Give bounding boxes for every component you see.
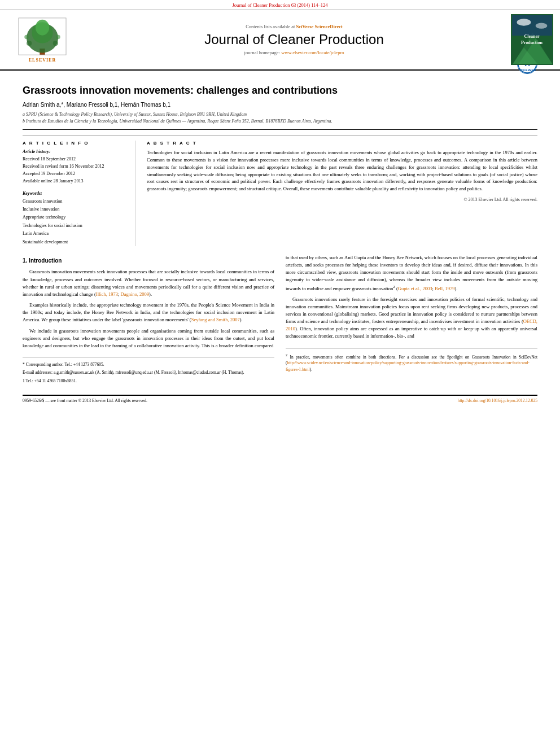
section1-heading: 1. Introduction bbox=[23, 256, 274, 265]
ref-oecd[interactable]: OECD, 2010 bbox=[286, 318, 537, 331]
ref-bell[interactable]: Bell, 1979 bbox=[435, 285, 454, 291]
keyword-5: Latin America bbox=[23, 230, 128, 238]
keyword-6: Sustainable development bbox=[23, 238, 128, 246]
body-para-1: Grassroots innovation movements seek inn… bbox=[23, 268, 274, 298]
body-col-left: 1. Introduction Grassroots innovation mo… bbox=[23, 254, 274, 386]
affiliations: a SPRU (Science & Technology Policy Rese… bbox=[23, 111, 537, 125]
online-date: Available online 28 January 2013 bbox=[23, 178, 128, 185]
svg-point-8 bbox=[56, 34, 60, 38]
footnote-1: 1 Tel.: +54 11 4365 7100x5851. bbox=[23, 378, 274, 384]
journal-title-row: ELSEVIER Contents lists available at Sci… bbox=[0, 10, 560, 69]
journal-citation: Journal of Cleaner Production 63 (2014) … bbox=[232, 2, 327, 8]
copyright-line: © 2013 Elsevier Ltd. All rights reserved… bbox=[147, 197, 537, 202]
keyword-2: Inclusive innovation bbox=[23, 206, 128, 213]
badge-title: Cleaner Production bbox=[512, 31, 552, 48]
svg-point-7 bbox=[24, 34, 28, 38]
left-footnotes: * Corresponding author. Tel.: +44 1273 8… bbox=[23, 357, 274, 384]
abstract-text: Technologies for social inclusion in Lat… bbox=[147, 149, 537, 193]
svg-point-15 bbox=[535, 23, 547, 28]
received-date: Received 18 September 2012 bbox=[23, 156, 128, 163]
body-para-2: Examples historically include, the appro… bbox=[23, 302, 274, 324]
paper-title: Grassroots innovation movements: challen… bbox=[23, 84, 537, 97]
svg-point-6 bbox=[53, 41, 58, 46]
svg-point-5 bbox=[27, 41, 32, 46]
affiliation-b: b Instituto de Estudios de la Ciencia y … bbox=[23, 118, 537, 125]
elsevier-label: ELSEVIER bbox=[29, 58, 56, 63]
svg-text:CrossMark: CrossMark bbox=[521, 68, 536, 72]
svg-point-3 bbox=[36, 19, 49, 35]
journal-center: Contents lists available at SciVerse Sci… bbox=[79, 24, 509, 55]
journal-top-bar: Journal of Cleaner Production 63 (2014) … bbox=[0, 0, 560, 10]
footer-doi: http://dx.doi.org/10.1016/j.jclepro.2012… bbox=[458, 398, 537, 403]
journal-header: Journal of Cleaner Production 63 (2014) … bbox=[0, 0, 560, 71]
sciverse-link[interactable]: SciVerse ScienceDirect bbox=[296, 24, 342, 29]
footnote-star: * Corresponding author. Tel.: +44 1273 8… bbox=[23, 361, 274, 368]
body-columns: 1. Introduction Grassroots innovation mo… bbox=[23, 254, 537, 386]
keyword-4: Technologies for social inclusion bbox=[23, 222, 128, 230]
info-abstract-row: A R T I C L E I N F O Article history: R… bbox=[23, 136, 537, 246]
ref-seyfang[interactable]: Seyfang and Smith, 2007 bbox=[191, 317, 240, 322]
ref-illich[interactable]: Illich, 1973 bbox=[96, 291, 118, 297]
body-col-right: to that used by others, such as Anil Gup… bbox=[286, 254, 537, 386]
footer-issn: 0959-6526/$ — see front matter © 2013 El… bbox=[23, 398, 147, 403]
accepted-date: Accepted 19 December 2012 bbox=[23, 171, 128, 178]
homepage-url[interactable]: www.elsevier.com/locate/jclepro bbox=[281, 50, 344, 55]
body-para-r2: Grassroots innovations rarely feature in… bbox=[286, 296, 537, 340]
footnote-2: 2 In practice, movements often combine i… bbox=[286, 352, 537, 373]
body-para-3: We include in grassroots innovation move… bbox=[23, 327, 274, 350]
keywords-label: Keywords: bbox=[23, 191, 128, 196]
svg-point-14 bbox=[517, 19, 531, 25]
sciverse-line: Contents lists available at SciVerse Sci… bbox=[79, 24, 509, 29]
doi-link[interactable]: http://dx.doi.org/10.1016/j.jclepro.2012… bbox=[458, 398, 537, 403]
right-footnotes: 2 In practice, movements often combine i… bbox=[286, 348, 537, 373]
elsevier-tree-icon bbox=[14, 17, 71, 56]
elsevier-logo: ELSEVIER bbox=[6, 17, 79, 63]
article-info-title: A R T I C L E I N F O bbox=[23, 141, 128, 146]
keyword-1: Grassroots innovation bbox=[23, 198, 128, 206]
affiliation-a: a SPRU (Science & Technology Policy Rese… bbox=[23, 111, 537, 118]
body-para-r1: to that used by others, such as Anil Gup… bbox=[286, 254, 537, 292]
footnote-2-link[interactable]: http://www.scidev.net/en/science-and-inn… bbox=[286, 360, 530, 372]
article-info: A R T I C L E I N F O Article history: R… bbox=[23, 141, 135, 246]
abstract-section: A B S T R A C T Technologies for social … bbox=[147, 141, 537, 246]
keyword-3: Appropriate technology bbox=[23, 213, 128, 221]
ref-dagnino[interactable]: Dagnino, 2009 bbox=[121, 291, 150, 297]
journal-title: Journal of Cleaner Production bbox=[79, 32, 509, 47]
revised-date: Received in revised form 16 November 201… bbox=[23, 163, 128, 171]
paper-content: ✕ CrossMark Grassroots innovation moveme… bbox=[0, 71, 560, 414]
journal-badge: Cleaner Production bbox=[509, 14, 554, 65]
keywords-section: Keywords: Grassroots innovation Inclusiv… bbox=[23, 191, 128, 246]
ref-gupta[interactable]: Gupta et al., 2003 bbox=[398, 285, 432, 291]
journal-homepage: journal homepage: www.elsevier.com/locat… bbox=[79, 50, 509, 55]
history-label: Article history: bbox=[23, 149, 128, 154]
footnote-email: E-mail addresses: a.g.smith@sussex.ac.uk… bbox=[23, 369, 274, 375]
paper-authors: Adrian Smith a,*, Mariano Fressoli b,1, … bbox=[23, 102, 537, 108]
page-footer: 0959-6526/$ — see front matter © 2013 El… bbox=[23, 395, 537, 403]
cleaner-production-badge: Cleaner Production bbox=[511, 14, 553, 65]
abstract-title: A B S T R A C T bbox=[147, 141, 537, 146]
divider-1 bbox=[23, 129, 537, 130]
